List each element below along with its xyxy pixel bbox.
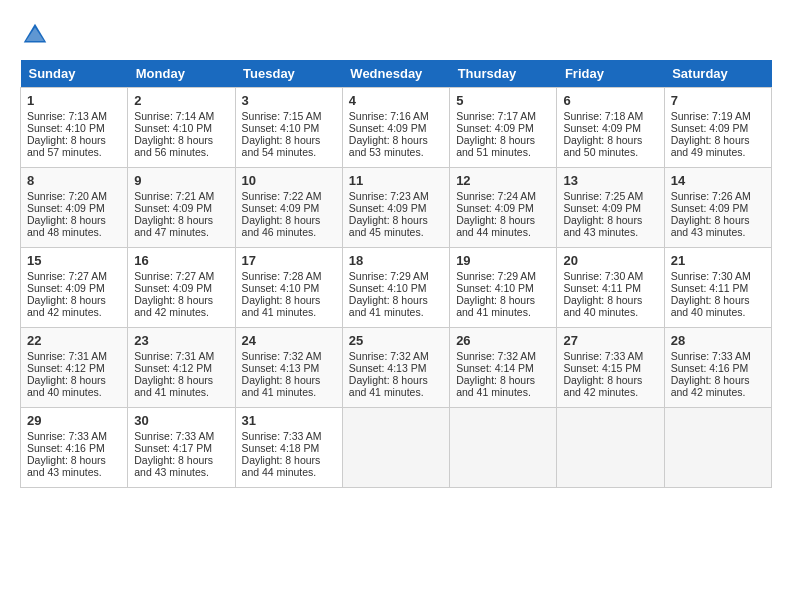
daylight-text: Daylight: 8 hours and 43 minutes. [563,214,642,238]
daylight-text: Daylight: 8 hours and 40 minutes. [671,294,750,318]
day-number: 18 [349,253,443,268]
calendar-day-cell: 31 Sunrise: 7:33 AM Sunset: 4:18 PM Dayl… [235,408,342,488]
sunrise-text: Sunrise: 7:31 AM [27,350,107,362]
logo-icon [20,20,50,50]
sunrise-text: Sunrise: 7:23 AM [349,190,429,202]
sunrise-text: Sunrise: 7:33 AM [671,350,751,362]
day-number: 14 [671,173,765,188]
sunset-text: Sunset: 4:09 PM [134,282,212,294]
weekday-header: Tuesday [235,60,342,88]
weekday-header: Wednesday [342,60,449,88]
calendar-day-cell: 28 Sunrise: 7:33 AM Sunset: 4:16 PM Dayl… [664,328,771,408]
sunset-text: Sunset: 4:09 PM [349,202,427,214]
calendar-day-cell: 6 Sunrise: 7:18 AM Sunset: 4:09 PM Dayli… [557,88,664,168]
sunset-text: Sunset: 4:10 PM [349,282,427,294]
sunset-text: Sunset: 4:17 PM [134,442,212,454]
day-number: 1 [27,93,121,108]
calendar-day-cell: 3 Sunrise: 7:15 AM Sunset: 4:10 PM Dayli… [235,88,342,168]
sunrise-text: Sunrise: 7:30 AM [563,270,643,282]
calendar-week-row: 29 Sunrise: 7:33 AM Sunset: 4:16 PM Dayl… [21,408,772,488]
weekday-header: Thursday [450,60,557,88]
calendar-day-cell: 25 Sunrise: 7:32 AM Sunset: 4:13 PM Dayl… [342,328,449,408]
calendar-week-row: 22 Sunrise: 7:31 AM Sunset: 4:12 PM Dayl… [21,328,772,408]
sunset-text: Sunset: 4:13 PM [349,362,427,374]
sunrise-text: Sunrise: 7:33 AM [27,430,107,442]
calendar-day-cell: 7 Sunrise: 7:19 AM Sunset: 4:09 PM Dayli… [664,88,771,168]
day-number: 24 [242,333,336,348]
daylight-text: Daylight: 8 hours and 41 minutes. [242,294,321,318]
sunrise-text: Sunrise: 7:33 AM [563,350,643,362]
sunrise-text: Sunrise: 7:26 AM [671,190,751,202]
sunset-text: Sunset: 4:09 PM [134,202,212,214]
daylight-text: Daylight: 8 hours and 40 minutes. [563,294,642,318]
sunset-text: Sunset: 4:10 PM [27,122,105,134]
day-number: 6 [563,93,657,108]
day-number: 30 [134,413,228,428]
daylight-text: Daylight: 8 hours and 41 minutes. [456,374,535,398]
weekday-header: Saturday [664,60,771,88]
calendar-day-cell: 8 Sunrise: 7:20 AM Sunset: 4:09 PM Dayli… [21,168,128,248]
calendar-week-row: 15 Sunrise: 7:27 AM Sunset: 4:09 PM Dayl… [21,248,772,328]
daylight-text: Daylight: 8 hours and 43 minutes. [27,454,106,478]
day-number: 10 [242,173,336,188]
day-number: 13 [563,173,657,188]
sunrise-text: Sunrise: 7:27 AM [134,270,214,282]
calendar-day-cell: 23 Sunrise: 7:31 AM Sunset: 4:12 PM Dayl… [128,328,235,408]
daylight-text: Daylight: 8 hours and 42 minutes. [27,294,106,318]
sunrise-text: Sunrise: 7:17 AM [456,110,536,122]
daylight-text: Daylight: 8 hours and 42 minutes. [671,374,750,398]
day-number: 2 [134,93,228,108]
sunset-text: Sunset: 4:09 PM [671,202,749,214]
daylight-text: Daylight: 8 hours and 49 minutes. [671,134,750,158]
calendar-day-cell: 11 Sunrise: 7:23 AM Sunset: 4:09 PM Dayl… [342,168,449,248]
daylight-text: Daylight: 8 hours and 53 minutes. [349,134,428,158]
daylight-text: Daylight: 8 hours and 47 minutes. [134,214,213,238]
calendar-day-cell: 29 Sunrise: 7:33 AM Sunset: 4:16 PM Dayl… [21,408,128,488]
logo [20,20,54,50]
day-number: 9 [134,173,228,188]
sunrise-text: Sunrise: 7:27 AM [27,270,107,282]
daylight-text: Daylight: 8 hours and 51 minutes. [456,134,535,158]
sunrise-text: Sunrise: 7:14 AM [134,110,214,122]
sunrise-text: Sunrise: 7:32 AM [456,350,536,362]
sunset-text: Sunset: 4:09 PM [456,202,534,214]
calendar-day-cell: 9 Sunrise: 7:21 AM Sunset: 4:09 PM Dayli… [128,168,235,248]
sunrise-text: Sunrise: 7:32 AM [242,350,322,362]
daylight-text: Daylight: 8 hours and 41 minutes. [349,374,428,398]
sunset-text: Sunset: 4:12 PM [27,362,105,374]
day-number: 25 [349,333,443,348]
day-number: 8 [27,173,121,188]
day-number: 28 [671,333,765,348]
day-number: 5 [456,93,550,108]
calendar-day-cell: 17 Sunrise: 7:28 AM Sunset: 4:10 PM Dayl… [235,248,342,328]
calendar-day-cell [450,408,557,488]
sunrise-text: Sunrise: 7:15 AM [242,110,322,122]
daylight-text: Daylight: 8 hours and 45 minutes. [349,214,428,238]
sunrise-text: Sunrise: 7:30 AM [671,270,751,282]
calendar-day-cell: 30 Sunrise: 7:33 AM Sunset: 4:17 PM Dayl… [128,408,235,488]
sunrise-text: Sunrise: 7:25 AM [563,190,643,202]
calendar-day-cell: 16 Sunrise: 7:27 AM Sunset: 4:09 PM Dayl… [128,248,235,328]
sunset-text: Sunset: 4:14 PM [456,362,534,374]
weekday-header: Sunday [21,60,128,88]
calendar-day-cell: 2 Sunrise: 7:14 AM Sunset: 4:10 PM Dayli… [128,88,235,168]
daylight-text: Daylight: 8 hours and 40 minutes. [27,374,106,398]
sunset-text: Sunset: 4:13 PM [242,362,320,374]
sunset-text: Sunset: 4:10 PM [242,282,320,294]
sunrise-text: Sunrise: 7:22 AM [242,190,322,202]
daylight-text: Daylight: 8 hours and 54 minutes. [242,134,321,158]
weekday-header: Monday [128,60,235,88]
calendar-day-cell: 19 Sunrise: 7:29 AM Sunset: 4:10 PM Dayl… [450,248,557,328]
calendar-day-cell: 20 Sunrise: 7:30 AM Sunset: 4:11 PM Dayl… [557,248,664,328]
calendar-day-cell: 27 Sunrise: 7:33 AM Sunset: 4:15 PM Dayl… [557,328,664,408]
calendar-header-row: SundayMondayTuesdayWednesdayThursdayFrid… [21,60,772,88]
calendar-day-cell [664,408,771,488]
sunrise-text: Sunrise: 7:29 AM [456,270,536,282]
day-number: 20 [563,253,657,268]
daylight-text: Daylight: 8 hours and 44 minutes. [242,454,321,478]
sunrise-text: Sunrise: 7:24 AM [456,190,536,202]
calendar-day-cell [342,408,449,488]
sunset-text: Sunset: 4:10 PM [456,282,534,294]
sunset-text: Sunset: 4:09 PM [563,202,641,214]
calendar-day-cell: 18 Sunrise: 7:29 AM Sunset: 4:10 PM Dayl… [342,248,449,328]
